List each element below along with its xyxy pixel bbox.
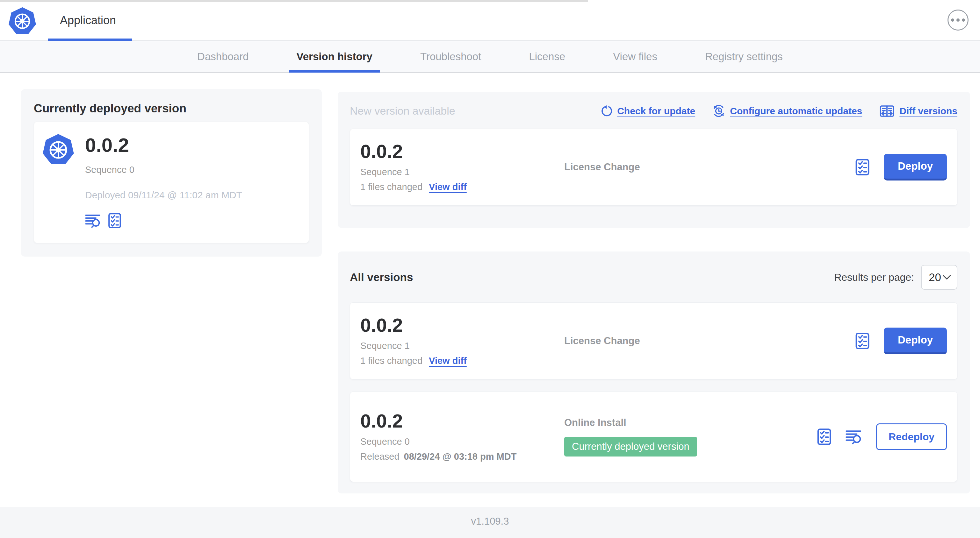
files-changed-text: 1 files changed xyxy=(360,182,422,192)
released-label: Released xyxy=(360,451,399,462)
results-per-page-label: Results per page: xyxy=(834,271,914,283)
window-top-edge xyxy=(0,0,588,2)
tab-troubleshoot[interactable]: Troubleshoot xyxy=(420,41,481,72)
view-diff-link[interactable]: View diff xyxy=(429,182,467,192)
version-source: License Change xyxy=(564,161,855,173)
tab-version-history[interactable]: Version history xyxy=(297,41,372,72)
preflight-checks-icon[interactable] xyxy=(108,213,121,229)
released-date: 08/29/24 @ 03:18 pm MDT xyxy=(404,451,517,462)
files-changed-text: 1 files changed xyxy=(360,355,422,366)
currently-deployed-title: Currently deployed version xyxy=(34,102,322,115)
app-tab-label: Application xyxy=(60,14,116,27)
tab-view-files[interactable]: View files xyxy=(613,41,657,72)
version-number: 0.0.2 xyxy=(360,142,564,161)
version-sequence: Sequence 1 xyxy=(360,167,564,177)
version-number: 0.0.2 xyxy=(360,316,564,335)
currently-deployed-card: Currently deployed version 0.0.2 Sequenc… xyxy=(21,89,322,257)
view-logs-icon[interactable] xyxy=(846,429,862,444)
deploy-button[interactable]: Deploy xyxy=(884,154,947,181)
preflight-checks-icon[interactable] xyxy=(855,332,870,349)
version-row: 0.0.2 Sequence 1 1 files changed View di… xyxy=(350,302,958,379)
tab-registry-settings[interactable]: Registry settings xyxy=(705,41,783,72)
kubernetes-logo-icon xyxy=(8,6,36,36)
deploy-button[interactable]: Deploy xyxy=(884,328,947,354)
app-footer: v1.109.3 xyxy=(0,507,980,538)
preflight-checks-icon[interactable] xyxy=(855,159,870,176)
preflight-checks-icon[interactable] xyxy=(817,428,832,445)
configure-automatic-updates-link[interactable]: Configure automatic updates xyxy=(713,105,862,117)
deployed-version-card: 0.0.2 Sequence 0 Deployed 09/11/24 @ 11:… xyxy=(34,122,309,243)
deployed-sequence: Sequence 0 xyxy=(85,165,242,175)
app-header: Application xyxy=(0,0,980,41)
kubernetes-logo-icon xyxy=(42,133,74,232)
secondary-nav: Dashboard Version history Troubleshoot L… xyxy=(0,41,980,73)
version-sequence: Sequence 0 xyxy=(360,436,564,447)
diff-versions-link[interactable]: Diff versions xyxy=(879,105,958,117)
refresh-icon xyxy=(600,105,612,117)
view-logs-icon[interactable] xyxy=(85,213,101,228)
deployed-timestamp: Deployed 09/11/24 @ 11:02 am MDT xyxy=(85,190,242,200)
kebab-menu-icon[interactable] xyxy=(948,10,969,30)
tab-dashboard[interactable]: Dashboard xyxy=(197,41,248,72)
all-versions-section: All versions Results per page: 20 0.0.2 … xyxy=(338,251,970,494)
chevron-down-icon xyxy=(943,275,951,280)
version-row: 0.0.2 Sequence 0 Released 08/29/24 @ 03:… xyxy=(350,392,958,482)
app-tab-active-underline xyxy=(48,38,132,41)
new-version-row: 0.0.2 Sequence 1 1 files changed View di… xyxy=(350,129,958,206)
new-version-section: New version available Check for update C… xyxy=(338,92,970,228)
results-per-page-select[interactable]: 20 xyxy=(921,265,958,290)
version-source: Online Install xyxy=(564,417,817,428)
auto-update-icon xyxy=(713,105,725,117)
version-number: 0.0.2 xyxy=(360,412,564,431)
version-sequence: Sequence 1 xyxy=(360,341,564,351)
redeploy-button[interactable]: Redeploy xyxy=(876,424,947,450)
view-diff-link[interactable]: View diff xyxy=(429,355,467,366)
currently-deployed-badge: Currently deployed version xyxy=(564,437,697,457)
console-version: v1.109.3 xyxy=(471,516,509,527)
all-versions-title: All versions xyxy=(350,271,413,284)
check-for-update-link[interactable]: Check for update xyxy=(600,105,695,117)
version-source: License Change xyxy=(564,335,855,347)
app-tab[interactable]: Application xyxy=(48,0,128,41)
diff-icon xyxy=(879,105,895,117)
tab-license[interactable]: License xyxy=(529,41,565,72)
new-version-title: New version available xyxy=(350,105,455,117)
deployed-version-number: 0.0.2 xyxy=(85,135,242,155)
